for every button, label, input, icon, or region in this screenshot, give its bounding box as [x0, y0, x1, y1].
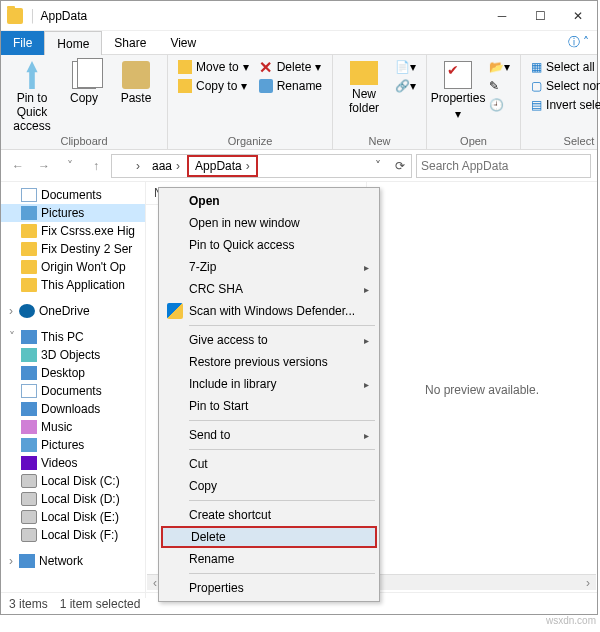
nav-pictures[interactable]: Pictures	[1, 204, 145, 222]
maximize-button[interactable]: ☐	[521, 2, 559, 30]
delete-button[interactable]: ✕Delete▾	[257, 59, 324, 75]
ctx-copy[interactable]: Copy	[161, 475, 377, 497]
copy-label: Copy	[70, 91, 98, 105]
group-new-label: New	[341, 135, 418, 147]
up-button[interactable]: ↑	[85, 155, 107, 177]
status-items: 3 items	[9, 597, 48, 611]
history-button[interactable]: 🕘	[487, 97, 512, 113]
ctx-separator	[189, 325, 375, 326]
selectnone-button[interactable]: ▢Select none	[529, 78, 600, 94]
nav-documents[interactable]: Documents	[1, 186, 145, 204]
newfolder-button[interactable]: New folder	[341, 59, 387, 117]
scroll-right-icon[interactable]: ›	[580, 576, 596, 590]
ctx-pin-quickaccess[interactable]: Pin to Quick access	[161, 234, 377, 256]
nav-downloads[interactable]: Downloads	[1, 400, 145, 418]
nav-pictures2[interactable]: Pictures	[1, 436, 145, 454]
tab-share[interactable]: Share	[102, 31, 158, 55]
back-button[interactable]: ←	[7, 155, 29, 177]
nav-thisapplication[interactable]: This Application	[1, 276, 145, 294]
navigation-bar: ← → ˅ ↑ › aaa› AppData› ˅ ⟳	[1, 150, 597, 182]
ribbon: Pin to Quick access Copy Paste Clipboard…	[1, 55, 597, 150]
ctx-separator	[189, 449, 375, 450]
tab-view[interactable]: View	[158, 31, 208, 55]
ctx-open[interactable]: Open	[161, 190, 377, 212]
tab-home[interactable]: Home	[44, 31, 102, 55]
group-select-label: Select	[529, 135, 600, 147]
nav-diskf[interactable]: Local Disk (F:)	[1, 526, 145, 544]
copyto-button[interactable]: Copy to▾	[176, 78, 251, 94]
minimize-button[interactable]: ─	[483, 2, 521, 30]
shield-icon	[167, 303, 183, 319]
ctx-create-shortcut[interactable]: Create shortcut	[161, 504, 377, 526]
nav-3dobjects[interactable]: 3D Objects	[1, 346, 145, 364]
ctx-include-library[interactable]: Include in library▸	[161, 373, 377, 395]
nav-onedrive[interactable]: ›OneDrive	[1, 302, 145, 320]
nav-diske[interactable]: Local Disk (E:)	[1, 508, 145, 526]
help-icon[interactable]: ⓘ ˄	[568, 34, 589, 51]
titlebar[interactable]: │ AppData ─ ☐ ✕	[1, 1, 597, 31]
preview-text: No preview available.	[425, 383, 539, 397]
breadcrumb-aaa[interactable]: aaa›	[146, 155, 186, 177]
nav-fixdestiny[interactable]: Fix Destiny 2 Ser	[1, 240, 145, 258]
group-open-label: Open	[435, 135, 512, 147]
preview-pane: No preview available.	[366, 182, 597, 598]
paste-label: Paste	[121, 91, 152, 105]
nav-network[interactable]: ›Network	[1, 552, 145, 570]
moveto-button[interactable]: Move to▾	[176, 59, 251, 75]
selectall-button[interactable]: ▦Select all	[529, 59, 600, 75]
nav-desktop[interactable]: Desktop	[1, 364, 145, 382]
paste-button[interactable]: Paste	[113, 59, 159, 107]
nav-fixcsrss[interactable]: Fix Csrss.exe Hig	[1, 222, 145, 240]
ctx-send-to[interactable]: Send to▸	[161, 424, 377, 446]
easyaccess-button[interactable]: 🔗▾	[393, 78, 418, 94]
address-bar[interactable]: › aaa› AppData› ˅ ⟳	[111, 154, 412, 178]
copy-button[interactable]: Copy	[61, 59, 107, 107]
newitem-button[interactable]: 📄▾	[393, 59, 418, 75]
ctx-separator	[189, 573, 375, 574]
edit-button[interactable]: ✎	[487, 78, 512, 94]
nav-diskd[interactable]: Local Disk (D:)	[1, 490, 145, 508]
nav-videos[interactable]: Videos	[1, 454, 145, 472]
status-selected: 1 item selected	[60, 597, 141, 611]
pin-quickaccess-button[interactable]: Pin to Quick access	[9, 59, 55, 135]
group-organize-label: Organize	[176, 135, 324, 147]
breadcrumb-appdata[interactable]: AppData›	[187, 155, 258, 177]
breadcrumb-root[interactable]: ›	[112, 155, 146, 177]
open-button[interactable]: 📂▾	[487, 59, 512, 75]
nav-origin[interactable]: Origin Won't Op	[1, 258, 145, 276]
window-title: AppData	[37, 9, 484, 23]
close-button[interactable]: ✕	[559, 2, 597, 30]
ctx-open-new-window[interactable]: Open in new window	[161, 212, 377, 234]
nav-thispc[interactable]: ˅This PC	[1, 328, 145, 346]
folder-icon	[7, 8, 23, 24]
tab-file[interactable]: File	[1, 31, 44, 55]
addrbar-dropdown[interactable]: ˅	[367, 159, 389, 173]
ctx-defender[interactable]: Scan with Windows Defender...	[161, 300, 377, 322]
nav-documents2[interactable]: Documents	[1, 382, 145, 400]
ctx-rename[interactable]: Rename	[161, 548, 377, 570]
properties-button[interactable]: Properties▾	[435, 59, 481, 123]
ctx-restore-versions[interactable]: Restore previous versions	[161, 351, 377, 373]
ctx-pin-start[interactable]: Pin to Start	[161, 395, 377, 417]
ctx-cut[interactable]: Cut	[161, 453, 377, 475]
ctx-give-access[interactable]: Give access to▸	[161, 329, 377, 351]
forward-button[interactable]: →	[33, 155, 55, 177]
group-clipboard-label: Clipboard	[9, 135, 159, 147]
ctx-delete[interactable]: Delete	[161, 526, 377, 548]
ctx-crc-sha[interactable]: CRC SHA▸	[161, 278, 377, 300]
refresh-button[interactable]: ⟳	[389, 159, 411, 173]
watermark: wsxdn.com	[546, 615, 596, 626]
nav-diskc[interactable]: Local Disk (C:)	[1, 472, 145, 490]
rename-button[interactable]: Rename	[257, 78, 324, 94]
invertselection-button[interactable]: ▤Invert selection	[529, 97, 600, 113]
ctx-7zip[interactable]: 7-Zip▸	[161, 256, 377, 278]
nav-music[interactable]: Music	[1, 418, 145, 436]
ctx-separator	[189, 420, 375, 421]
search-input[interactable]	[416, 154, 591, 178]
recent-dropdown[interactable]: ˅	[59, 155, 81, 177]
navigation-pane[interactable]: Documents Pictures Fix Csrss.exe Hig Fix…	[1, 182, 146, 598]
ctx-properties[interactable]: Properties	[161, 577, 377, 599]
ribbon-tabs: File Home Share View ⓘ ˄	[1, 31, 597, 55]
ctx-separator	[189, 500, 375, 501]
qat-divider: │	[29, 9, 37, 23]
